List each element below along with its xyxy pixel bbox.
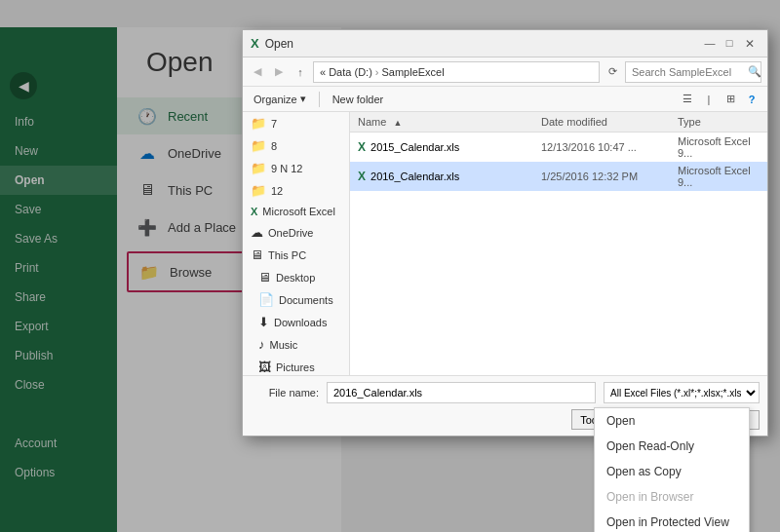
addr-part1: « Data (D:) (320, 66, 372, 78)
left-item-8-label: 8 (271, 140, 277, 152)
folder-7-icon: 📁 (251, 116, 266, 131)
file-list-header: Name ▲ Date modified Type (350, 112, 767, 133)
onedrive-small-icon: ☁ (251, 225, 263, 240)
dialog-right-panel: Name ▲ Date modified Type X 2015_Calenda… (350, 112, 767, 375)
addr-back-btn[interactable]: ◀ (249, 63, 266, 81)
file-item-2016[interactable]: X 2016_Calendar.xls 1/25/2016 12:32 PM M… (350, 162, 767, 191)
col-date-label: Date modified (541, 116, 607, 128)
excel-file-icon-2016: X (358, 170, 366, 183)
file-type-2015: Microsoft Excel 9... (670, 135, 767, 159)
left-item-12[interactable]: 📁 12 (243, 179, 349, 202)
dropdown-browser: Open in Browser (595, 484, 749, 510)
left-item-music-label: Music (270, 339, 298, 351)
dialog-body: 📁 7 📁 8 📁 9 N 12 📁 12 X Microsoft Excel … (243, 112, 767, 375)
left-item-onedrive-label: OneDrive (268, 227, 313, 239)
sort-arrow: ▲ (393, 118, 402, 128)
left-item-7-label: 7 (271, 118, 277, 130)
toolbar-sep1 (319, 92, 320, 107)
dialog-excel-icon: X (251, 36, 259, 51)
organize-arrow-icon: ▾ (300, 93, 306, 105)
downloads-icon: ⬇ (258, 315, 269, 329)
open-dialog: X Open — □ ✕ ◀ ▶ ↑ « Data (D:) › SampleE… (242, 29, 768, 437)
organize-label: Organize (254, 94, 297, 105)
left-item-pictures-label: Pictures (276, 361, 315, 373)
dropdown-protected[interactable]: Open in Protected View (595, 510, 749, 532)
dropdown-readonly[interactable]: Open Read-Only (595, 434, 749, 459)
file-label-2015: 2015_Calendar.xls (370, 141, 459, 153)
folder-8-icon: 📁 (251, 138, 266, 153)
left-item-9n12-label: 9 N 12 (271, 163, 302, 174)
excel-file-icon-2015: X (358, 140, 366, 154)
addr-sep: › (375, 66, 379, 78)
pictures-icon: 🖼 (258, 360, 271, 374)
desktop-icon: 🖥 (258, 270, 271, 285)
left-item-documents-label: Documents (279, 294, 333, 306)
left-item-documents[interactable]: 📄 Documents (243, 288, 349, 311)
left-item-12-label: 12 (271, 185, 283, 197)
dialog-minimize-btn[interactable]: — (701, 34, 719, 52)
dropdown-open[interactable]: Open (595, 408, 749, 434)
file-name-2016: X 2016_Calendar.xls (350, 170, 533, 183)
music-icon: ♪ (258, 337, 265, 352)
file-type-2016: Microsoft Excel 9... (670, 165, 767, 188)
file-date-2016: 1/25/2016 12:32 PM (533, 171, 670, 182)
file-name-2015: X 2015_Calendar.xls (350, 140, 533, 154)
view-icons: ☰ | ⊞ ? (678, 90, 761, 109)
left-item-downloads-label: Downloads (274, 317, 327, 328)
view-help-btn[interactable]: ? (742, 90, 761, 109)
col-name: Name ▲ (350, 112, 533, 132)
file-item-2015[interactable]: X 2015_Calendar.xls 12/13/2016 10:47 ...… (350, 133, 767, 162)
search-icon: 🔍 (748, 65, 761, 78)
left-item-thispc-label: This PC (268, 249, 306, 261)
filetype-select[interactable]: All Excel Files (*.xl*;*.xlsx;*.xlsm; (604, 382, 760, 403)
left-item-onedrive[interactable]: ☁ OneDrive (243, 221, 349, 244)
left-item-7[interactable]: 📁 7 (243, 112, 349, 134)
folder-12-icon: 📁 (251, 183, 266, 198)
view-grid-btn[interactable]: ⊞ (721, 90, 740, 109)
new-folder-btn[interactable]: New folder (328, 92, 389, 107)
filename-input[interactable] (327, 382, 596, 403)
col-name-label: Name (358, 116, 386, 128)
addr-forward-btn[interactable]: ▶ (270, 63, 288, 81)
search-input[interactable] (625, 61, 761, 83)
organize-btn[interactable]: Organize ▾ (249, 91, 311, 107)
view-list-btn[interactable]: ☰ (678, 90, 697, 109)
file-label-2016: 2016_Calendar.xls (370, 171, 459, 182)
dialog-title: Open (265, 37, 695, 51)
addr-part2: SampleExcel (381, 66, 444, 78)
left-item-9n12[interactable]: 📁 9 N 12 (243, 157, 349, 179)
pc-small-icon: 🖥 (251, 247, 263, 262)
addr-up-btn[interactable]: ↑ (292, 63, 309, 81)
left-item-msexcel[interactable]: X Microsoft Excel (243, 202, 349, 221)
col-type: Type (670, 112, 767, 132)
filename-row: File name: All Excel Files (*.xl*;*.xlsx… (251, 382, 760, 403)
file-list: X 2015_Calendar.xls 12/13/2016 10:47 ...… (350, 133, 767, 375)
left-item-msexcel-label: Microsoft Excel (262, 206, 335, 217)
left-item-music[interactable]: ♪ Music (243, 333, 349, 356)
folder-9n12-icon: 📁 (251, 161, 266, 175)
documents-icon: 📄 (258, 292, 274, 307)
left-item-downloads[interactable]: ⬇ Downloads (243, 311, 349, 333)
left-item-thispc[interactable]: 🖥 This PC (243, 244, 349, 266)
col-date: Date modified (533, 112, 670, 132)
addr-path[interactable]: « Data (D:) › SampleExcel (313, 61, 600, 83)
left-item-desktop[interactable]: 🖥 Desktop (243, 266, 349, 288)
dialog-maximize-btn[interactable]: □ (721, 34, 738, 52)
dialog-titlebar: X Open — □ ✕ (243, 30, 767, 57)
left-item-desktop-label: Desktop (276, 272, 315, 284)
dialog-close-btn[interactable]: ✕ (740, 34, 760, 54)
dialog-toolbar: Organize ▾ New folder ☰ | ⊞ ? (243, 87, 767, 112)
view-sep: | (699, 90, 719, 109)
open-dropdown-menu: Open Open Read-Only Open as Copy Open in… (594, 407, 750, 532)
col-type-label: Type (678, 116, 701, 128)
dialog-addressbar: ◀ ▶ ↑ « Data (D:) › SampleExcel ⟳ 🔍 (243, 57, 767, 87)
left-item-8[interactable]: 📁 8 (243, 134, 349, 157)
dialog-left-panel: 📁 7 📁 8 📁 9 N 12 📁 12 X Microsoft Excel … (243, 112, 350, 375)
left-item-pictures[interactable]: 🖼 Pictures (243, 356, 349, 375)
addr-refresh-btn[interactable]: ⟳ (604, 63, 621, 81)
filename-label: File name: (251, 387, 319, 399)
new-folder-label: New folder (332, 94, 384, 105)
file-date-2015: 12/13/2016 10:47 ... (533, 141, 670, 153)
excel-small-icon: X (251, 206, 257, 217)
dropdown-copy[interactable]: Open as Copy (595, 459, 749, 484)
